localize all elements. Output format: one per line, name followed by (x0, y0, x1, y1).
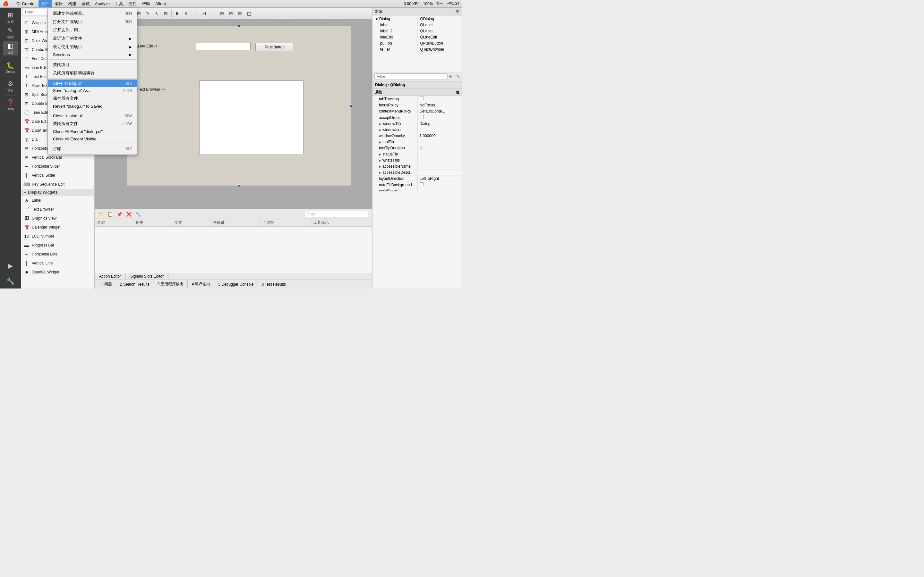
menu-shortcut: ⌘P (126, 147, 132, 151)
menu-item[interactable]: Close "dialog.ui"⌘W (48, 112, 137, 119)
menu-item-label: 打开文件，用... (53, 27, 81, 33)
menu-item[interactable]: 关闭所有文件⌥⌘W (48, 119, 137, 128)
menu-item-label: Close "dialog.ui" (53, 113, 83, 118)
menu-shortcut: ⌘O (125, 19, 132, 24)
menu-item[interactable]: 打开文件或项目...⌘O (48, 18, 137, 26)
menu-separator (48, 143, 137, 144)
menu-item-label: 最近访问的文件 (53, 35, 82, 41)
menu-separator (48, 59, 137, 60)
menu-item-label: 关闭所有文件 (53, 121, 78, 127)
menu-item-label: Close All Except Visible (53, 137, 97, 141)
menu-item[interactable]: 打印...⌘P (48, 145, 137, 153)
menu-item[interactable]: 关闭项目 (48, 61, 137, 69)
menu-item[interactable]: Sessions▶ (48, 51, 137, 58)
menu-item-label: 关闭项目 (53, 62, 69, 68)
menu-item[interactable]: 保存所有文件 (48, 94, 137, 103)
menu-item-label: Close All Except "dialog.ui" (53, 129, 103, 134)
file-dropdown-menu: 新建文件或项目...⌘N打开文件或项目...⌘O打开文件，用...最近访问的文件… (47, 8, 137, 155)
menu-item-label: 最近使用的项目 (53, 44, 82, 50)
submenu-arrow-icon: ▶ (129, 45, 132, 49)
menu-separator (48, 78, 137, 79)
menu-item-label: 保存所有文件 (53, 95, 78, 101)
menu-item[interactable]: 最近使用的项目▶ (48, 43, 137, 51)
menu-item-label: 关闭所有项目和编辑器 (53, 70, 95, 76)
menu-item[interactable]: 打开文件，用... (48, 26, 137, 34)
menu-shortcut: ⇧⌘S (122, 89, 132, 93)
menu-item[interactable]: Revert "dialog.ui" to Saved (48, 103, 137, 110)
menu-item[interactable]: Close All Except "dialog.ui" (48, 128, 137, 135)
menu-item-label: Save "dialog.ui" (53, 81, 82, 85)
menu-shortcut: ⌥⌘W (120, 121, 132, 126)
menu-item-label: Revert "dialog.ui" to Saved (53, 104, 102, 109)
menu-shortcut: ⌘W (124, 114, 132, 118)
menu-item-label: Save "dialog.ui" As... (53, 88, 91, 93)
menu-item-label: Sessions (53, 52, 70, 57)
submenu-arrow-icon: ▶ (129, 37, 132, 40)
menu-item[interactable]: Save "dialog.ui" As...⇧⌘S (48, 87, 137, 94)
menu-item-label: 打印... (53, 146, 65, 152)
menu-item[interactable]: 最近访问的文件▶ (48, 34, 137, 43)
menu-item-label: 新建文件或项目... (53, 11, 86, 16)
menu-shortcut: ⌘S (126, 81, 132, 85)
dropdown-overlay[interactable]: 新建文件或项目...⌘N打开文件或项目...⌘O打开文件，用...最近访问的文件… (0, 0, 462, 288)
menu-item[interactable]: Close All Except Visible (48, 135, 137, 143)
menu-item-label: 打开文件或项目... (53, 19, 86, 25)
submenu-arrow-icon: ▶ (129, 53, 132, 56)
menu-item[interactable]: 关闭所有项目和编辑器 (48, 69, 137, 77)
menu-shortcut: ⌘N (125, 11, 132, 16)
menu-item[interactable]: Save "dialog.ui"⌘S (48, 79, 137, 87)
menu-item[interactable]: 新建文件或项目...⌘N (48, 9, 137, 18)
